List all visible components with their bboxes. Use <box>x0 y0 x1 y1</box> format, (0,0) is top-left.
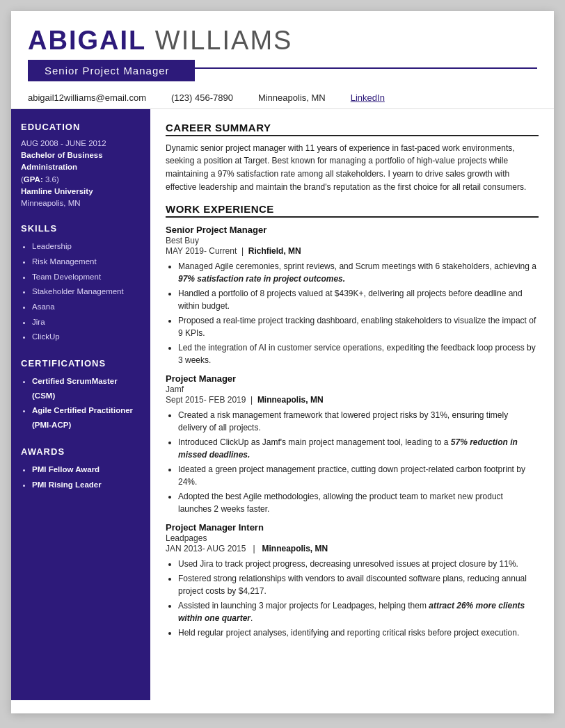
career-summary-text: Dynamic senior project manager with 11 y… <box>166 142 539 193</box>
award-item: PMI Fellow Award <box>32 462 141 477</box>
bullet-item: Ideated a green project management pract… <box>178 463 539 488</box>
awards-section: AWARDS PMI Fellow Award PMI Rising Leade… <box>21 446 141 492</box>
certifications-title: CERTIFICATIONS <box>21 358 141 369</box>
job-bullets-1: Managed Agile ceremonies, sprint reviews… <box>166 260 539 366</box>
email-contact: abigail12williams@email.com <box>28 92 146 103</box>
education-section: EDUCATION AUG 2008 - JUNE 2012 Bachelor … <box>21 122 141 210</box>
last-name: WILLIAMS <box>155 26 293 55</box>
bullet-item: Created a risk management framework that… <box>178 409 539 434</box>
bullet-item: Proposed a real-time project tracking da… <box>178 314 539 339</box>
title-underline <box>195 67 537 69</box>
awards-title: AWARDS <box>21 446 141 457</box>
edu-dates: AUG 2008 - JUNE 2012 <box>21 138 141 149</box>
edu-location: Minneapolis, MN <box>21 197 141 209</box>
resume-header: ABIGAIL WILLIAMS Senior Project Manager <box>11 11 554 87</box>
bullet-item: Adopted the best Agile methodologies, al… <box>178 490 539 515</box>
company-3: Leadpages <box>166 533 539 543</box>
main-content: CAREER SUMMARY Dynamic senior project ma… <box>150 109 554 700</box>
company-1: Best Buy <box>166 236 539 245</box>
certification-item: Agile Certified Practitioner (PMI-ACP) <box>32 403 141 432</box>
certifications-section: CERTIFICATIONS Certified ScrumMaster (CS… <box>21 358 141 432</box>
award-item: PMI Rising Leader <box>32 478 141 492</box>
edu-school: Hamline University <box>21 186 141 197</box>
job-title-1: Senior Project Manager <box>166 225 539 235</box>
job-meta-3: JAN 2013- AUG 2015 | Minneapolis, MN <box>166 544 539 553</box>
skills-title: SKILLS <box>21 223 141 234</box>
sidebar: EDUCATION AUG 2008 - JUNE 2012 Bachelor … <box>11 109 150 700</box>
title-bar-line: Senior Project Manager <box>28 56 537 81</box>
bullet-item: Fostered strong relationships with vendo… <box>178 572 539 597</box>
job-bullets-2: Created a risk management framework that… <box>166 409 539 515</box>
skill-item: ClickUp <box>32 330 141 344</box>
awards-list: PMI Fellow Award PMI Rising Leader <box>21 462 141 492</box>
linkedin-link[interactable]: LinkedIn <box>351 92 385 103</box>
skill-item: Jira <box>32 315 141 330</box>
bullet-item: Led the integration of AI in customer se… <box>178 341 539 366</box>
job-title-2: Project Manager <box>166 373 539 384</box>
skill-item: Risk Management <box>32 254 141 269</box>
skills-list: Leadership Risk Management Team Developm… <box>21 239 141 344</box>
job-meta-2: Sept 2015- FEB 2019 | Minneapolis, MN <box>166 395 539 405</box>
edu-gpa: (GPA: 3.6) <box>21 174 141 186</box>
job-title-3: Project Manager Intern <box>166 522 539 533</box>
full-name: ABIGAIL WILLIAMS <box>28 26 537 56</box>
job-meta-1: MAY 2019- Current | Richfield, MN <box>166 246 539 256</box>
work-experience-title: WORK EXPERIENCE <box>166 203 539 218</box>
bullet-item: Introduced ClickUp as Jamf's main projec… <box>178 436 539 461</box>
first-name: ABIGAIL <box>28 26 146 55</box>
skill-item: Leadership <box>32 239 141 254</box>
company-2: Jamf <box>166 385 539 394</box>
bullet-item: Handled a portfolio of 8 projects valued… <box>178 287 539 312</box>
skill-item: Asana <box>32 300 141 314</box>
job-title-bar: Senior Project Manager <box>28 60 195 81</box>
bullet-item: Used Jira to track project progress, dec… <box>178 558 539 570</box>
bullet-item: Assisted in launching 3 major projects f… <box>178 599 539 624</box>
skill-item: Stakeholder Management <box>32 284 141 299</box>
bullet-item: Held regular project analyses, identifyi… <box>178 626 539 639</box>
resume-body: EDUCATION AUG 2008 - JUNE 2012 Bachelor … <box>11 109 554 700</box>
edu-degree: Bachelor of Business Administration <box>21 149 141 174</box>
job-bullets-3: Used Jira to track project progress, dec… <box>166 558 539 639</box>
resume-container: ABIGAIL WILLIAMS Senior Project Manager … <box>11 11 554 713</box>
education-title: EDUCATION <box>21 122 141 132</box>
bullet-item: Managed Agile ceremonies, sprint reviews… <box>178 260 539 285</box>
location-contact: Minneapolis, MN <box>258 92 326 103</box>
certifications-list: Certified ScrumMaster (CSM) Agile Certif… <box>21 374 141 432</box>
career-summary-title: CAREER SUMMARY <box>166 122 539 136</box>
contact-bar: abigail12williams@email.com (123) 456-78… <box>11 87 554 109</box>
skills-section: SKILLS Leadership Risk Management Team D… <box>21 223 141 344</box>
certification-item: Certified ScrumMaster (CSM) <box>32 374 141 403</box>
phone-contact: (123) 456-7890 <box>171 92 233 103</box>
skill-item: Team Development <box>32 270 141 284</box>
